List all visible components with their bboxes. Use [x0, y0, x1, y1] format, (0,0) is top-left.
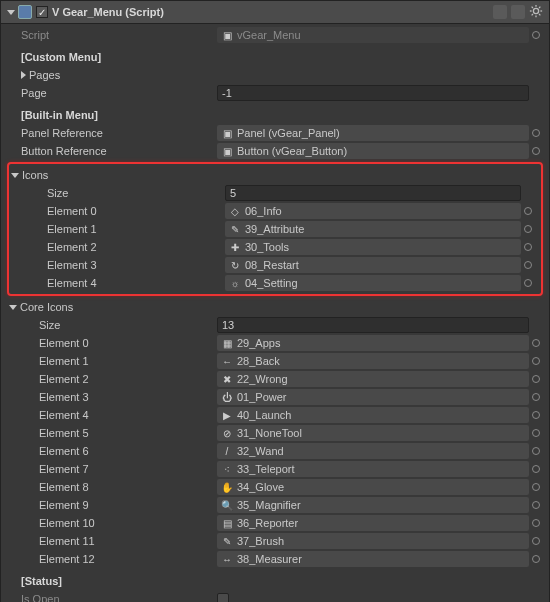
core-icons-element-field[interactable]: ✋34_Glove [217, 479, 529, 495]
object-picker-icon[interactable] [524, 279, 532, 287]
sprite-icon: ✎ [221, 535, 233, 547]
is-open-label: Is Open [7, 593, 217, 602]
object-picker-icon[interactable] [532, 129, 540, 137]
icons-element-field[interactable]: ✎39_Attribute [225, 221, 521, 237]
page-input[interactable]: -1 [217, 85, 529, 101]
icons-size-input[interactable]: 5 [225, 185, 521, 201]
icons-element-value: 06_Info [245, 205, 282, 217]
script-file-icon: ▣ [221, 29, 233, 41]
core-icons-element-value: 33_Teleport [237, 463, 295, 475]
icons-element-field[interactable]: ◇06_Info [225, 203, 521, 219]
core-icons-element-field[interactable]: ⊘31_NoneTool [217, 425, 529, 441]
core-icons-foldout[interactable]: Core Icons [9, 301, 219, 313]
object-picker-icon[interactable] [532, 147, 540, 155]
icons-element-field[interactable]: ↻08_Restart [225, 257, 521, 273]
core-icons-element-value: 31_NoneTool [237, 427, 302, 439]
section-built-in-menu: [Built-in Menu] [7, 109, 217, 121]
chevron-right-icon [21, 71, 26, 79]
component-header[interactable]: ✓ V Gear_Menu (Script) [1, 1, 549, 24]
object-icon: ▣ [221, 127, 233, 139]
help-icon[interactable] [493, 5, 507, 19]
icons-element-label: Element 4 [15, 277, 225, 289]
object-picker-icon[interactable] [532, 465, 540, 473]
object-picker-icon[interactable] [524, 207, 532, 215]
core-icons-size-input[interactable]: 13 [217, 317, 529, 333]
object-picker-icon[interactable] [532, 393, 540, 401]
script-icon [18, 5, 32, 19]
sprite-icon: ☼ [229, 277, 241, 289]
pages-foldout[interactable]: Pages [7, 69, 217, 81]
object-picker-icon[interactable] [532, 537, 540, 545]
icons-element-field[interactable]: ✚30_Tools [225, 239, 521, 255]
object-picker-icon[interactable] [532, 483, 540, 491]
object-picker-icon[interactable] [532, 339, 540, 347]
core-icons-element-value: 40_Launch [237, 409, 291, 421]
svg-line-7 [532, 14, 533, 15]
sprite-icon: ⁖ [221, 463, 233, 475]
core-icons-element-field[interactable]: ↔38_Measurer [217, 551, 529, 567]
object-picker-icon[interactable] [532, 519, 540, 527]
svg-line-6 [539, 14, 540, 15]
object-picker-icon[interactable] [532, 555, 540, 563]
core-icons-element-label: Element 1 [7, 355, 217, 367]
core-icons-element-value: 29_Apps [237, 337, 280, 349]
core-icons-element-value: 01_Power [237, 391, 287, 403]
object-picker-icon[interactable] [524, 225, 532, 233]
gear-icon[interactable] [529, 4, 543, 20]
core-icons-element-field[interactable]: ▤36_Reporter [217, 515, 529, 531]
object-picker-icon[interactable] [532, 375, 540, 383]
core-icons-element-field[interactable]: ✎37_Brush [217, 533, 529, 549]
section-status: [Status] [7, 575, 217, 587]
icons-element-field[interactable]: ☼04_Setting [225, 275, 521, 291]
core-icons-element-label: Element 2 [7, 373, 217, 385]
chevron-down-icon [11, 173, 19, 178]
core-icons-element-field[interactable]: ▶40_Launch [217, 407, 529, 423]
is-open-checkbox[interactable] [217, 593, 229, 602]
object-picker-icon[interactable] [524, 261, 532, 269]
sprite-icon: ▶ [221, 409, 233, 421]
page-label: Page [7, 87, 217, 99]
icons-size-label: Size [15, 187, 225, 199]
core-icons-element-value: 28_Back [237, 355, 280, 367]
button-ref-field[interactable]: ▣ Button (vGear_Button) [217, 143, 529, 159]
enable-checkbox[interactable]: ✓ [36, 6, 48, 18]
core-icons-element-value: 37_Brush [237, 535, 284, 547]
object-picker-icon[interactable] [532, 411, 540, 419]
panel-ref-field[interactable]: ▣ Panel (vGear_Panel) [217, 125, 529, 141]
core-icons-element-field[interactable]: ✖22_Wrong [217, 371, 529, 387]
object-picker-icon[interactable] [532, 447, 540, 455]
core-icons-element-field[interactable]: ←28_Back [217, 353, 529, 369]
object-picker-icon[interactable] [532, 31, 540, 39]
preset-icon[interactable] [511, 5, 525, 19]
object-icon: ▣ [221, 145, 233, 157]
script-field: ▣ vGear_Menu [217, 27, 529, 43]
icons-element-value: 30_Tools [245, 241, 289, 253]
object-picker-icon[interactable] [532, 357, 540, 365]
button-ref-label: Button Reference [7, 145, 217, 157]
core-icons-element-field[interactable]: ⁖33_Teleport [217, 461, 529, 477]
svg-line-5 [532, 7, 533, 8]
object-picker-icon[interactable] [532, 429, 540, 437]
core-icons-size-label: Size [7, 319, 217, 331]
object-picker-icon[interactable] [532, 501, 540, 509]
sprite-icon: ← [221, 355, 233, 367]
core-icons-element-value: 32_Wand [237, 445, 284, 457]
sprite-icon: ⏻ [221, 391, 233, 403]
icons-element-label: Element 3 [15, 259, 225, 271]
sprite-icon: ✚ [229, 241, 241, 253]
panel-ref-label: Panel Reference [7, 127, 217, 139]
core-icons-element-field[interactable]: 🔍35_Magnifier [217, 497, 529, 513]
svg-line-8 [539, 7, 540, 8]
svg-point-0 [533, 8, 538, 13]
icons-element-label: Element 2 [15, 241, 225, 253]
foldout-icon[interactable] [7, 10, 15, 15]
core-icons-element-field[interactable]: ▦29_Apps [217, 335, 529, 351]
core-icons-element-field[interactable]: ⏻01_Power [217, 389, 529, 405]
core-icons-element-field[interactable]: /32_Wand [217, 443, 529, 459]
sprite-icon: ✋ [221, 481, 233, 493]
icons-element-label: Element 1 [15, 223, 225, 235]
icons-foldout[interactable]: Icons [11, 169, 221, 181]
object-picker-icon[interactable] [524, 243, 532, 251]
icons-element-value: 04_Setting [245, 277, 298, 289]
icons-element-value: 08_Restart [245, 259, 299, 271]
